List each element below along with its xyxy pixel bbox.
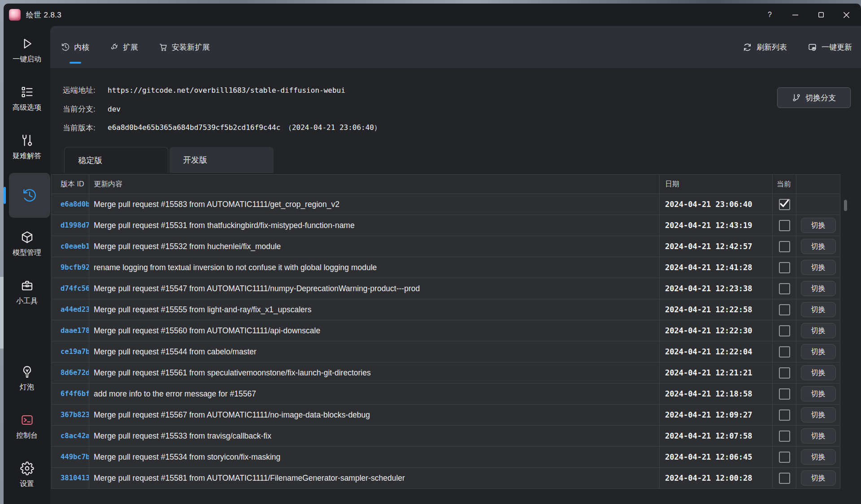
help-button[interactable]: ? <box>757 4 783 26</box>
commit-link[interactable]: 9bcfb92 <box>61 263 89 271</box>
update-button[interactable]: 一键更新 <box>808 42 852 52</box>
switch-version-button[interactable]: 切换 <box>801 302 836 317</box>
sidebar-item-tools[interactable]: 疑难解答 <box>4 123 50 171</box>
tab-plug[interactable]: 扩展 <box>110 26 138 68</box>
commit-message: Merge pull request #15567 from AUTOMATIC… <box>94 410 370 420</box>
commit-id-cell: daae178 <box>52 320 89 341</box>
commit-date: 2024-04-21 12:22:30 <box>665 326 752 335</box>
commit-date-cell: 2024-04-21 12:43:19 <box>660 215 773 236</box>
commit-message-cell: Merge pull request #15581 from AUTOMATIC… <box>89 468 660 488</box>
commit-link[interactable]: c8ac42a <box>61 432 89 440</box>
current-checkbox[interactable] <box>779 452 790 463</box>
tab-history[interactable]: 内核 <box>61 26 89 68</box>
commit-link[interactable]: 367b823 <box>61 411 89 419</box>
commit-link[interactable]: e6a8d0b <box>61 200 89 208</box>
current-checkbox[interactable] <box>779 241 790 252</box>
branch-tab-active[interactable]: 开发版 <box>170 147 274 173</box>
close-button[interactable] <box>834 4 859 26</box>
current-cell <box>773 383 796 404</box>
current-checkbox[interactable] <box>779 220 790 231</box>
commit-link[interactable]: 8d6e72d <box>61 369 89 377</box>
repo-info-row: 远端地址:https://gitcode.net/overbill1683/st… <box>63 81 861 99</box>
switch-branch-button[interactable]: 切换分支 <box>777 87 851 108</box>
current-checkbox[interactable] <box>779 367 790 379</box>
current-checkbox[interactable] <box>779 431 790 442</box>
commit-date-cell: 2024-04-21 12:22:04 <box>660 341 773 362</box>
switch-version-button[interactable]: 切换 <box>801 428 836 444</box>
switch-version-button[interactable]: 切换 <box>801 218 836 233</box>
commit-id-cell: ce19a7b <box>52 341 89 362</box>
commit-message: Merge pull request #15581 from AUTOMATIC… <box>94 474 405 483</box>
switch-version-button[interactable]: 切换 <box>801 407 836 422</box>
commit-link[interactable]: 449bc7b <box>61 453 89 461</box>
commit-link[interactable]: 3810413 <box>61 474 89 482</box>
refresh-button[interactable]: 刷新列表 <box>743 42 787 52</box>
current-checkbox[interactable] <box>779 388 790 400</box>
sidebar-item-label: 疑难解答 <box>13 151 41 161</box>
sidebar-item-terminal[interactable]: 控制台 <box>4 402 50 451</box>
main-header: 内核扩展安装新扩展 刷新列表一键更新 <box>50 26 861 68</box>
current-checkbox[interactable] <box>779 262 790 273</box>
history-icon <box>22 188 37 203</box>
package-icon <box>20 230 34 244</box>
commit-message: Merge pull request #15533 from travisg/c… <box>94 431 271 441</box>
sidebar-item-label: 模型管理 <box>13 248 41 258</box>
minimize-button[interactable] <box>783 4 808 26</box>
sidebar-item-bulb[interactable]: 灯泡 <box>4 354 50 402</box>
sidebar-item-play[interactable]: 一键启动 <box>4 26 50 74</box>
switch-version-button[interactable]: 切换 <box>801 365 836 380</box>
switch-version-button[interactable]: 切换 <box>801 470 836 486</box>
switch-version-button[interactable]: 切换 <box>801 386 836 401</box>
commit-link[interactable]: ce19a7b <box>61 348 89 356</box>
sidebar-item-listopts[interactable]: 高级选项 <box>4 74 50 123</box>
kernel-tabs: 内核扩展安装新扩展 <box>61 26 230 68</box>
switch-version-button[interactable]: 切换 <box>801 260 836 275</box>
switch-version-button[interactable]: 切换 <box>801 449 836 465</box>
sidebar-item-active[interactable] <box>9 173 50 218</box>
tab-cart[interactable]: 安装新扩展 <box>159 26 210 68</box>
help-icon: ? <box>768 11 772 19</box>
maximize-button[interactable] <box>808 4 834 26</box>
current-checkbox[interactable] <box>779 304 790 315</box>
commit-link[interactable]: d1998d7 <box>61 221 89 229</box>
table-row: 3810413Merge pull request #15581 from AU… <box>52 467 840 488</box>
sidebar-item-gear[interactable]: 设置 <box>4 451 50 499</box>
switch-cell: 切换 <box>796 299 840 320</box>
commit-link[interactable]: c0eaeb1 <box>61 242 89 250</box>
commit-date: 2024-04-21 12:21:21 <box>665 368 752 377</box>
current-checkbox[interactable] <box>779 473 790 484</box>
current-checkbox[interactable] <box>779 283 790 294</box>
scrollbar-thumb[interactable] <box>844 200 847 211</box>
toolbox-icon <box>20 279 34 293</box>
commit-id-cell: d1998d7 <box>52 215 89 236</box>
current-checkbox[interactable] <box>779 199 790 210</box>
commit-date: 2024-04-21 23:06:40 <box>665 200 752 209</box>
commit-date-cell: 2024-04-21 12:42:57 <box>660 236 773 257</box>
switch-version-button[interactable]: 切换 <box>801 344 836 359</box>
play-icon <box>20 37 34 51</box>
close-icon <box>844 12 849 18</box>
info-value: dev <box>108 105 121 113</box>
commit-link[interactable]: 6f4f6bf <box>61 390 89 398</box>
current-checkbox[interactable] <box>779 409 790 421</box>
switch-cell: 切换 <box>796 320 840 341</box>
action-label: 刷新列表 <box>757 42 787 52</box>
commit-message-cell: Merge pull request #15561 from speculati… <box>89 362 660 383</box>
current-checkbox[interactable] <box>779 346 790 358</box>
sidebar-item-package[interactable]: 模型管理 <box>4 220 50 268</box>
switch-version-button[interactable]: 切换 <box>801 323 836 338</box>
sidebar-item-toolbox[interactable]: 小工具 <box>4 268 50 316</box>
commit-link[interactable]: d74fc56 <box>61 284 89 293</box>
action-label: 一键更新 <box>822 42 852 52</box>
current-checkbox[interactable] <box>779 325 790 336</box>
table-row: daae178Merge pull request #15560 from AU… <box>52 320 840 341</box>
commit-link[interactable]: a44ed23 <box>61 306 89 314</box>
switch-version-button[interactable]: 切换 <box>801 281 836 296</box>
app-icon <box>9 9 21 21</box>
branch-tab[interactable]: 稳定版 <box>64 147 168 173</box>
commit-id-cell: d74fc56 <box>52 278 89 299</box>
switch-version-button[interactable]: 切换 <box>801 239 836 254</box>
commit-link[interactable]: daae178 <box>61 327 89 335</box>
table-row: e6a8d0bMerge pull request #15583 from AU… <box>52 194 840 215</box>
commit-id-cell: a44ed23 <box>52 299 89 320</box>
